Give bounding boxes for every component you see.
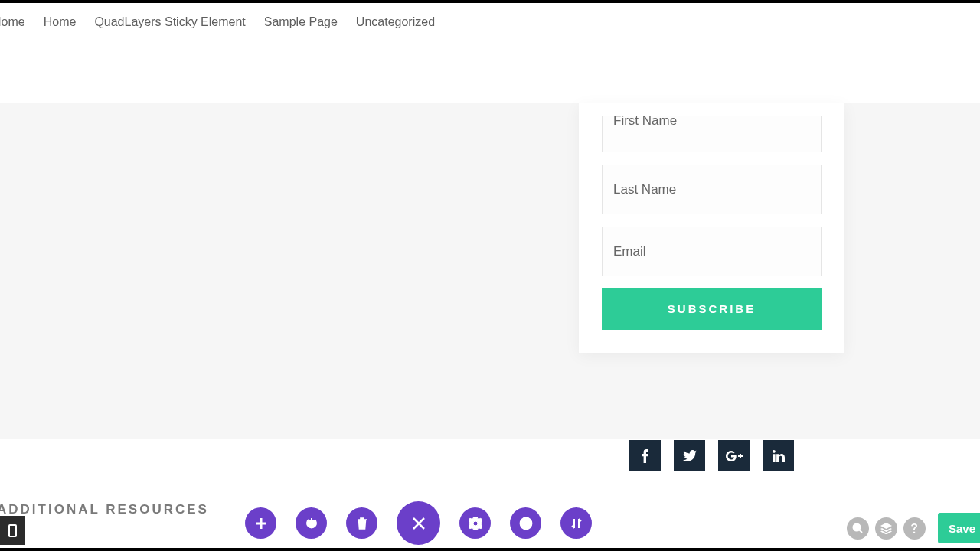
search-icon <box>852 523 863 533</box>
top-nav: Home Home QuadLayers Sticky Element Samp… <box>0 15 435 29</box>
content-section: First Name Last Name Email SUBSCRIBE <box>0 103 980 439</box>
power-button[interactable] <box>296 507 327 539</box>
additional-resources-heading: ADDITIONAL RESOURCES <box>0 502 209 517</box>
nav-sample-page[interactable]: Sample Page <box>264 15 338 29</box>
last-name-field[interactable]: Last Name <box>602 165 822 214</box>
mobile-preview-button[interactable] <box>0 516 25 545</box>
email-placeholder: Email <box>613 244 646 259</box>
help-icon <box>911 523 917 533</box>
nav-home-1[interactable]: Home <box>0 15 25 29</box>
linkedin-icon <box>773 450 785 462</box>
close-button[interactable] <box>397 501 440 545</box>
subscribe-button[interactable]: SUBSCRIBE <box>602 288 822 330</box>
swap-button[interactable] <box>560 507 592 539</box>
googleplus-button[interactable] <box>718 440 750 471</box>
twitter-button[interactable] <box>674 440 705 471</box>
trash-icon <box>357 517 368 530</box>
nav-quadlayers[interactable]: QuadLayers Sticky Element <box>94 15 245 29</box>
bottom-border <box>0 548 980 551</box>
right-toolbar: Save <box>847 513 980 543</box>
nav-home-2[interactable]: Home <box>44 15 77 29</box>
facebook-icon <box>642 449 648 463</box>
email-field[interactable]: Email <box>602 227 822 276</box>
save-label: Save <box>949 522 975 535</box>
subscribe-label: SUBSCRIBE <box>668 302 756 315</box>
clock-icon <box>519 517 533 530</box>
linkedin-button[interactable] <box>763 440 794 471</box>
search-button[interactable] <box>847 517 869 540</box>
mobile-icon <box>8 524 17 537</box>
subscribe-form: First Name Last Name Email SUBSCRIBE <box>579 103 844 353</box>
first-name-placeholder: First Name <box>613 113 677 129</box>
social-row <box>629 440 794 471</box>
power-icon <box>305 517 318 530</box>
last-name-placeholder: Last Name <box>613 182 676 197</box>
google-plus-icon <box>726 451 743 461</box>
top-border <box>0 0 980 3</box>
close-icon <box>412 517 426 530</box>
first-name-field[interactable]: First Name <box>602 116 822 152</box>
layers-icon <box>880 523 892 534</box>
facebook-button[interactable] <box>629 440 661 471</box>
layers-button[interactable] <box>875 517 897 540</box>
svg-point-1 <box>854 524 861 531</box>
help-button[interactable] <box>903 517 926 540</box>
twitter-icon <box>683 450 697 461</box>
gear-icon <box>469 517 482 530</box>
builder-toolbar <box>245 501 592 545</box>
plus-icon <box>256 518 266 529</box>
trash-button[interactable] <box>346 507 377 539</box>
settings-button[interactable] <box>459 507 491 539</box>
history-button[interactable] <box>510 507 541 539</box>
save-button[interactable]: Save <box>938 513 980 543</box>
add-button[interactable] <box>245 507 276 539</box>
swap-icon <box>570 517 583 530</box>
nav-uncategorized[interactable]: Uncategorized <box>356 15 435 29</box>
